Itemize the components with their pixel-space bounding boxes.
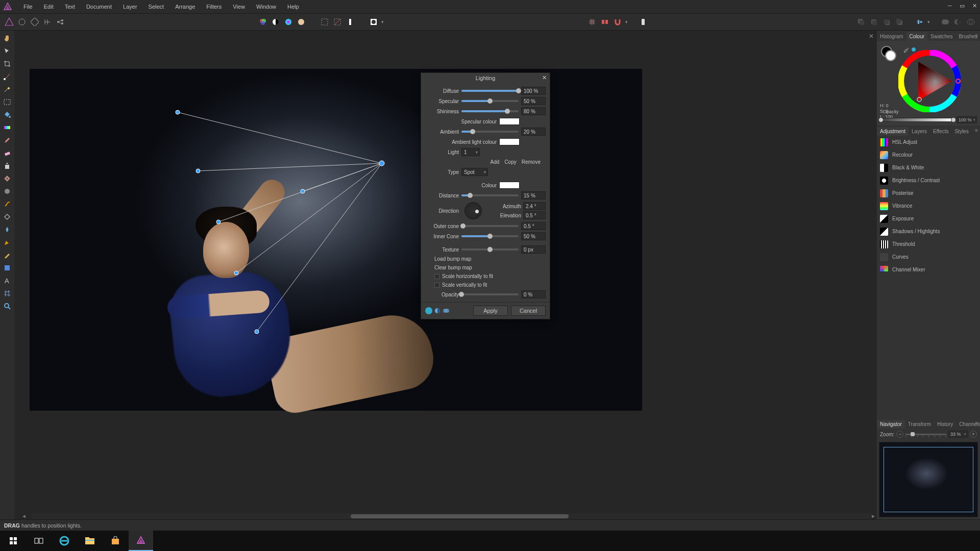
snap-grid-icon[interactable] (587, 17, 597, 27)
clone-tool-icon[interactable] (2, 160, 13, 171)
texture-slider[interactable] (461, 248, 519, 251)
menu-window[interactable]: Window (251, 2, 281, 12)
adjustment-item[interactable]: Posterise (877, 187, 980, 199)
adjustment-item[interactable]: Shadows / Highlights (877, 225, 980, 238)
file-explorer-icon[interactable] (78, 531, 102, 551)
heal-tool-icon[interactable] (2, 173, 13, 184)
adjustment-item[interactable]: Brightness / Contrast (877, 174, 980, 187)
panel-menu-icon[interactable]: ≡ (975, 420, 978, 426)
task-view-icon[interactable] (27, 531, 51, 551)
marquee-rect-icon[interactable] (320, 17, 330, 27)
dropper-tool-icon[interactable] (2, 224, 13, 235)
gradient-tool-icon[interactable] (2, 122, 13, 133)
colour-swatch[interactable] (499, 182, 520, 189)
start-button[interactable] (1, 531, 26, 551)
scale-v-checkbox[interactable]: Scale vertically to fit (425, 281, 546, 289)
apply-button[interactable]: Apply (473, 306, 508, 316)
marquee-cross-icon[interactable] (332, 17, 342, 27)
zoom-tool-icon[interactable] (2, 300, 13, 312)
adjustment-item[interactable]: Curves (877, 251, 980, 263)
edge-icon[interactable] (52, 531, 77, 551)
boolean-subtract-icon[interactable] (953, 17, 963, 27)
text-tool-icon[interactable]: A (2, 275, 13, 286)
tab-navigator[interactable]: Navigator (877, 420, 905, 429)
align-icon[interactable] (915, 17, 925, 27)
pen-tool-icon[interactable] (2, 237, 13, 248)
eraser-tool-icon[interactable] (2, 147, 13, 159)
maximize-icon[interactable]: ▭ (959, 2, 966, 9)
light-copy-button[interactable]: Copy (504, 159, 516, 165)
blend-soft-icon[interactable] (296, 17, 306, 27)
clear-bump-button[interactable]: Clear bump map (425, 264, 546, 271)
quickmask-icon[interactable] (369, 17, 379, 27)
load-bump-button[interactable]: Load bump map (425, 255, 546, 263)
adjustment-item[interactable]: Exposure (877, 212, 980, 225)
outer-slider[interactable] (461, 225, 519, 227)
move-tool-icon[interactable] (2, 45, 13, 57)
adjustment-item[interactable]: Vibrance (877, 199, 980, 212)
inner-value[interactable]: 50 % (521, 232, 546, 240)
adjustment-item[interactable]: Recolour (877, 148, 980, 161)
document-close-icon[interactable]: ✕ (869, 33, 874, 40)
snap-magnet-icon[interactable] (612, 17, 623, 27)
distance-value[interactable]: 15 % (521, 191, 546, 199)
preset-2-icon[interactable] (434, 307, 441, 314)
menu-layer[interactable]: Layer (118, 2, 142, 12)
scale-h-checkbox[interactable]: Scale horizontally to fit (425, 272, 546, 280)
adjustment-item[interactable]: HSL Adjust (877, 136, 980, 148)
dodge-tool-icon[interactable] (2, 211, 13, 222)
persona-liquify-icon[interactable] (17, 17, 27, 27)
dialog-titlebar[interactable]: Lighting ✕ (421, 73, 550, 83)
light-select[interactable]: 1 (461, 148, 480, 156)
smudge-tool-icon[interactable] (2, 198, 13, 210)
blur-tool-icon[interactable] (2, 186, 13, 197)
direction-pad[interactable] (464, 202, 482, 219)
persona-export-icon[interactable] (55, 17, 65, 27)
tab-layers[interactable]: Layers (909, 127, 930, 136)
pencil-tool-icon[interactable] (2, 249, 13, 261)
shape-tool-icon[interactable] (2, 262, 13, 273)
boolean-add-icon[interactable] (940, 17, 950, 27)
menu-arrange[interactable]: Arrange (170, 2, 200, 12)
mesh-tool-icon[interactable] (2, 288, 13, 299)
specular-value[interactable]: 50 % (521, 97, 546, 105)
opacity-value[interactable]: 0 % (521, 290, 546, 298)
outer-value[interactable]: 0.5 ° (521, 222, 546, 230)
snap-align-icon[interactable] (600, 17, 610, 27)
opacity-slider[interactable] (461, 293, 519, 295)
panel-menu-icon[interactable]: ≡ (975, 33, 978, 38)
tab-adjustment[interactable]: Adjustment (877, 127, 909, 136)
panel-menu-icon[interactable]: ≡ (975, 128, 978, 133)
ambient-slider[interactable] (461, 131, 519, 133)
assistant-icon[interactable] (638, 17, 648, 27)
colour-wheel[interactable] (898, 50, 961, 112)
menu-select[interactable]: Select (143, 2, 169, 12)
arrange-front-icon[interactable] (894, 17, 904, 27)
wand-tool-icon[interactable] (2, 84, 13, 95)
fg-bg-swatches[interactable] (881, 46, 896, 61)
preset-1-icon[interactable] (425, 307, 432, 314)
type-select[interactable]: Spot (461, 168, 488, 176)
distance-slider[interactable] (461, 194, 519, 196)
zoom-value[interactable]: 33 % (948, 431, 968, 438)
persona-develop-icon[interactable] (30, 17, 40, 27)
menu-text[interactable]: Text (60, 2, 80, 12)
light-gizmo[interactable] (30, 69, 642, 411)
brush-tool-icon[interactable] (2, 135, 13, 146)
tab-styles[interactable]: Styles (951, 127, 971, 136)
persona-photo-icon[interactable] (4, 17, 14, 27)
azimuth-value[interactable]: 2.4 ° (523, 202, 546, 210)
marquee-tool-icon[interactable] (2, 96, 13, 108)
blend-hue-icon[interactable] (283, 17, 293, 27)
flood-tool-icon[interactable] (2, 109, 13, 120)
crop-tool-icon[interactable] (2, 58, 13, 69)
menu-file[interactable]: File (18, 2, 38, 12)
adjustment-item[interactable]: Threshold (877, 238, 980, 251)
arrange-forward-icon[interactable] (881, 17, 892, 27)
elevation-value[interactable]: 0.5 ° (523, 211, 546, 219)
adjustment-item[interactable]: Channel Mixer (877, 263, 980, 271)
persona-tone-icon[interactable] (42, 17, 53, 27)
arrange-back-icon[interactable] (856, 17, 866, 27)
navigator-thumbnail[interactable] (879, 442, 978, 517)
diffuse-value[interactable]: 100 % (521, 87, 546, 95)
